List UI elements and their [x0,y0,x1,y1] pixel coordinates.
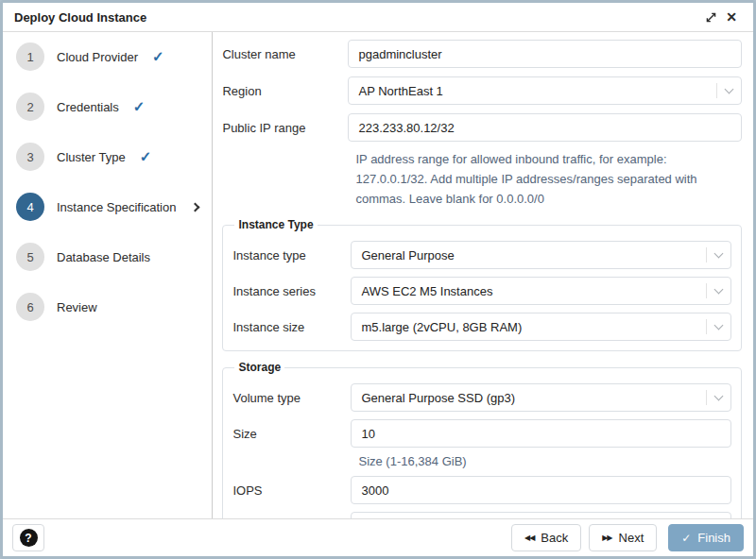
back-button[interactable]: ◀◀ Back [511,524,581,551]
step-label: Credentials [57,100,119,114]
size-row: Size [232,419,731,448]
region-select-value: AP NorthEast 1 [358,84,711,98]
close-icon[interactable]: ✕ [721,7,742,27]
finish-button[interactable]: ✓ Finish [668,524,744,551]
step-cluster-type[interactable]: 3 Cluster Type ✓ [3,143,212,171]
instance-type-label: Instance type [232,248,351,263]
deploy-cloud-instance-dialog: Deploy Cloud Instance ✕ 1 Cloud Provider… [0,0,756,559]
wizard-steps-panel: 1 Cloud Provider ✓ 2 Credentials ✓ 3 Clu… [3,32,213,518]
instance-series-row: Instance series AWS EC2 M5 Instances [232,277,731,305]
public-ip-label: Public IP range [222,121,348,135]
instance-type-group-legend: Instance Type [234,218,317,231]
chevron-down-icon [714,284,724,294]
dialog-footer: ? ◀◀ Back ▶▶ Next ✓ Finish [3,518,753,556]
storage-group: Storage Volume type General Purpose SSD … [222,361,742,518]
instance-type-select-value: General Purpose [361,248,700,263]
step-number: 1 [16,42,44,71]
step-review[interactable]: 6 Review [3,293,212,321]
chevron-down-icon [714,248,724,258]
instance-size-row: Instance size m5.large (2vCPU, 8GB RAM) [232,313,731,341]
instance-type-row: Instance type General Purpose [232,241,731,269]
chevron-right-icon [191,202,200,212]
size-label: Size [232,427,351,441]
maximize-icon[interactable] [700,7,721,27]
region-select[interactable]: AP NorthEast 1 [348,76,742,105]
select-separator [706,247,707,263]
help-icon: ? [20,529,38,547]
step-label: Database Details [57,250,150,264]
iops-label: IOPS [232,483,351,498]
double-left-arrow-icon: ◀◀ [524,534,534,542]
public-ip-help-text: IP address range for allowed inbound tra… [355,149,742,209]
instance-specification-form: Cluster name Region AP NorthEast 1 Publi… [213,32,753,518]
public-ip-input[interactable] [348,113,742,142]
step-instance-specification[interactable]: 4 Instance Specification [3,193,212,221]
instance-series-select-value: AWS EC2 M5 Instances [361,284,700,298]
storage-group-legend: Storage [234,361,284,374]
step-database-details[interactable]: 5 Database Details [3,243,212,271]
select-separator [706,283,707,298]
volume-type-row: Volume type General Purpose SSD (gp3) [232,383,731,412]
size-help-text: Size (1-16,384 GiB) [358,454,731,468]
chevron-down-icon [714,320,724,330]
step-label: Cluster Type [57,150,126,164]
step-number: 3 [16,143,44,171]
help-button[interactable]: ? [12,524,44,551]
dialog-body: 1 Cloud Provider ✓ 2 Credentials ✓ 3 Clu… [3,32,753,518]
iops-input[interactable] [351,476,731,504]
step-number: 6 [16,293,44,321]
region-label: Region [222,84,348,98]
select-separator [706,319,707,334]
disk-throughput-input[interactable] [351,512,731,518]
next-button[interactable]: ▶▶ Next [589,524,657,551]
next-button-label: Next [619,531,644,545]
disk-throughput-row: Disk throughput [232,512,731,518]
iops-row: IOPS [232,476,731,504]
cluster-name-input[interactable] [348,40,742,68]
step-label: Review [57,300,97,314]
volume-type-select-value: General Purpose SSD (gp3) [361,391,700,405]
step-number: 5 [16,243,44,271]
step-number: 2 [16,93,44,121]
step-label: Instance Specification [57,200,176,214]
cluster-name-label: Cluster name [222,47,348,61]
public-ip-row: Public IP range [222,113,742,142]
instance-type-select[interactable]: General Purpose [351,241,731,269]
check-icon: ✓ [140,148,152,165]
step-cloud-provider[interactable]: 1 Cloud Provider ✓ [3,42,212,71]
dialog-title: Deploy Cloud Instance [14,10,146,25]
instance-series-label: Instance series [232,284,351,298]
check-icon: ✓ [152,48,164,65]
step-credentials[interactable]: 2 Credentials ✓ [3,93,212,121]
finish-button-label: Finish [697,531,730,545]
instance-type-group: Instance Type Instance type General Purp… [222,218,742,351]
instance-size-select-value: m5.large (2vCPU, 8GB RAM) [361,320,700,334]
titlebar: Deploy Cloud Instance ✕ [3,3,753,32]
volume-type-select[interactable]: General Purpose SSD (gp3) [351,383,731,412]
check-icon: ✓ [133,98,146,115]
instance-size-select[interactable]: m5.large (2vCPU, 8GB RAM) [351,313,731,341]
cluster-name-row: Cluster name [222,40,742,68]
check-icon: ✓ [681,533,691,544]
chevron-down-icon [714,391,724,400]
step-label: Cloud Provider [57,50,138,64]
size-input[interactable] [351,419,731,448]
instance-size-label: Instance size [232,320,351,334]
step-number: 4 [16,193,44,221]
select-separator [706,390,707,405]
select-separator [716,83,717,98]
region-row: Region AP NorthEast 1 [222,76,742,105]
instance-series-select[interactable]: AWS EC2 M5 Instances [351,277,731,305]
chevron-down-icon [725,84,734,93]
volume-type-label: Volume type [232,391,351,405]
double-right-arrow-icon: ▶▶ [602,534,611,542]
back-button-label: Back [541,531,568,545]
